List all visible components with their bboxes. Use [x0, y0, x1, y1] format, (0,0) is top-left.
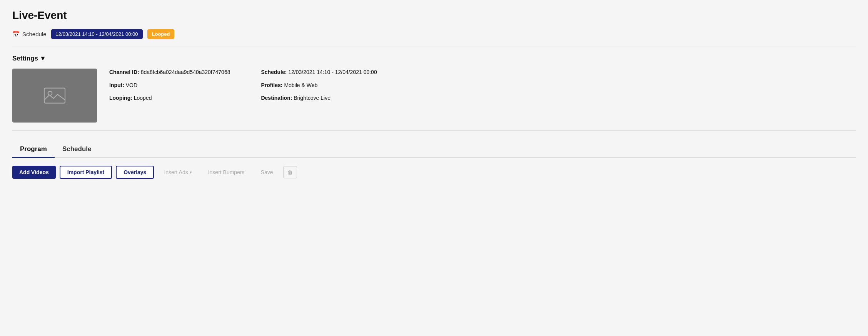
save-button[interactable]: Save: [255, 166, 279, 179]
svg-rect-0: [44, 88, 65, 103]
looping-row: Looping: Looped: [109, 94, 230, 102]
toolbar-row: Add Videos Import Playlist Overlays Inse…: [12, 166, 856, 179]
delete-icon: 🗑: [287, 169, 293, 175]
schedule-detail-label: Schedule:: [261, 69, 287, 75]
svg-point-1: [48, 91, 52, 96]
image-placeholder-icon: [43, 84, 66, 107]
looped-badge: Looped: [147, 29, 175, 39]
settings-details: Channel ID: 8da8fcb6a024daa9d540a320f747…: [109, 69, 856, 102]
settings-header[interactable]: Settings ▼: [12, 55, 856, 62]
settings-header-label: Settings: [12, 55, 38, 62]
add-videos-button[interactable]: Add Videos: [12, 166, 56, 179]
input-row: Input: VOD: [109, 82, 230, 89]
looping-label: Looping:: [109, 95, 132, 101]
channel-id-row: Channel ID: 8da8fcb6a024daa9d540a320f747…: [109, 69, 230, 76]
import-playlist-button[interactable]: Import Playlist: [60, 166, 112, 179]
channel-id-value: 8da8fcb6a024daa9d540a320f747068: [141, 69, 230, 75]
schedule-detail-value: 12/03/2021 14:10 - 12/04/2021 00:00: [288, 69, 377, 75]
destination-value: Brightcove Live: [294, 95, 331, 101]
schedule-detail-row: Schedule: 12/03/2021 14:10 - 12/04/2021 …: [261, 69, 377, 76]
insert-ads-button[interactable]: Insert Ads ▾: [158, 166, 198, 179]
overlays-button[interactable]: Overlays: [116, 166, 154, 179]
channel-thumbnail: [12, 69, 97, 123]
schedule-label: 📅 Schedule: [12, 30, 47, 38]
settings-col-left: Channel ID: 8da8fcb6a024daa9d540a320f747…: [109, 69, 230, 102]
insert-ads-chevron-icon: ▾: [190, 170, 192, 175]
tab-program[interactable]: Program: [12, 141, 55, 158]
schedule-row: 📅 Schedule 12/03/2021 14:10 - 12/04/2021…: [12, 29, 856, 47]
settings-content: Channel ID: 8da8fcb6a024daa9d540a320f747…: [12, 69, 856, 123]
calendar-icon: 📅: [12, 30, 20, 38]
tab-schedule[interactable]: Schedule: [55, 141, 99, 158]
looping-value: Looped: [134, 95, 152, 101]
tabs-row: Program Schedule: [12, 141, 856, 158]
page-title: Live-Event: [12, 9, 856, 22]
destination-row: Destination: Brightcove Live: [261, 94, 377, 102]
page-container: Live-Event 📅 Schedule 12/03/2021 14:10 -…: [0, 0, 868, 336]
schedule-text: Schedule: [22, 31, 47, 37]
insert-ads-label: Insert Ads: [164, 169, 188, 175]
input-value: VOD: [126, 82, 137, 88]
profiles-label: Profiles:: [261, 82, 282, 88]
input-label: Input:: [109, 82, 124, 88]
profiles-value: Mobile & Web: [284, 82, 317, 88]
channel-id-label: Channel ID:: [109, 69, 139, 75]
profiles-row: Profiles: Mobile & Web: [261, 82, 377, 89]
settings-section: Settings ▼ Channel ID: 8da8fcb6a024daa9d…: [12, 55, 856, 131]
destination-label: Destination:: [261, 95, 292, 101]
schedule-date-badge[interactable]: 12/03/2021 14:10 - 12/04/2021 00:00: [51, 29, 143, 39]
delete-button[interactable]: 🗑: [283, 166, 297, 178]
insert-bumpers-button[interactable]: Insert Bumpers: [202, 166, 251, 179]
settings-col-right: Schedule: 12/03/2021 14:10 - 12/04/2021 …: [261, 69, 377, 102]
tabs-section: Program Schedule Add Videos Import Playl…: [12, 141, 856, 179]
settings-toggle-icon: ▼: [40, 55, 46, 62]
